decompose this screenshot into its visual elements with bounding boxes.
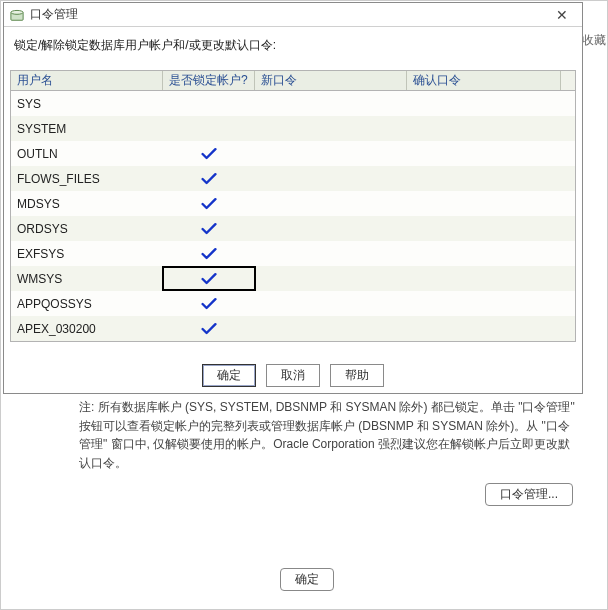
cell-confirm-password[interactable] bbox=[407, 216, 575, 241]
cell-new-password[interactable] bbox=[255, 166, 407, 191]
cell-new-password[interactable] bbox=[255, 316, 407, 341]
cell-username: EXFSYS bbox=[11, 241, 163, 266]
close-icon[interactable]: ✕ bbox=[548, 7, 576, 23]
check-icon bbox=[200, 221, 218, 237]
check-icon bbox=[200, 296, 218, 312]
check-icon bbox=[200, 171, 218, 187]
cell-username: SYSTEM bbox=[11, 116, 163, 141]
cell-username: MDSYS bbox=[11, 191, 163, 216]
dialog-button-row: 确定 取消 帮助 bbox=[4, 364, 582, 387]
cell-username: APPQOSSYS bbox=[11, 291, 163, 316]
col-header-lock[interactable]: 是否锁定帐户? bbox=[163, 71, 255, 90]
table-row[interactable]: EXFSYS bbox=[11, 241, 575, 266]
cell-username: APEX_030200 bbox=[11, 316, 163, 341]
dialog-title: 口令管理 bbox=[30, 6, 548, 23]
check-icon bbox=[200, 321, 218, 337]
table-row[interactable]: WMSYS bbox=[11, 266, 575, 291]
cell-new-password[interactable] bbox=[255, 291, 407, 316]
app-icon bbox=[10, 8, 24, 22]
table-row[interactable]: APEX_030200 bbox=[11, 316, 575, 341]
cell-username: ORDSYS bbox=[11, 216, 163, 241]
svg-point-1 bbox=[11, 10, 23, 14]
cell-confirm-password[interactable] bbox=[407, 291, 575, 316]
col-header-scrollbar bbox=[561, 71, 575, 90]
cell-lock-checkbox[interactable] bbox=[163, 241, 255, 266]
table-row[interactable]: FLOWS_FILES bbox=[11, 166, 575, 191]
table-row[interactable]: APPQOSSYS bbox=[11, 291, 575, 316]
cell-new-password[interactable] bbox=[255, 216, 407, 241]
cell-confirm-password[interactable] bbox=[407, 241, 575, 266]
table-row[interactable]: SYSTEM bbox=[11, 116, 575, 141]
cell-lock-checkbox[interactable] bbox=[163, 191, 255, 216]
cell-new-password[interactable] bbox=[255, 116, 407, 141]
cell-lock-checkbox[interactable] bbox=[163, 216, 255, 241]
cell-lock-checkbox[interactable] bbox=[163, 291, 255, 316]
col-header-newpwd[interactable]: 新口令 bbox=[255, 71, 407, 90]
cell-confirm-password[interactable] bbox=[407, 91, 575, 116]
instruction-text: 锁定/解除锁定数据库用户帐户和/或更改默认口令: bbox=[4, 27, 582, 70]
table-row[interactable]: MDSYS bbox=[11, 191, 575, 216]
cell-new-password[interactable] bbox=[255, 141, 407, 166]
help-button[interactable]: 帮助 bbox=[330, 364, 384, 387]
table-row[interactable]: OUTLN bbox=[11, 141, 575, 166]
cell-username: SYS bbox=[11, 91, 163, 116]
col-header-user[interactable]: 用户名 bbox=[11, 71, 163, 90]
cell-new-password[interactable] bbox=[255, 266, 407, 291]
cancel-button[interactable]: 取消 bbox=[266, 364, 320, 387]
cell-lock-checkbox[interactable] bbox=[163, 141, 255, 166]
cell-username: OUTLN bbox=[11, 141, 163, 166]
table-row[interactable]: SYS bbox=[11, 91, 575, 116]
right-panel-label: 收藏 bbox=[582, 32, 606, 49]
note-text: 注: 所有数据库帐户 (SYS, SYSTEM, DBSNMP 和 SYSMAN… bbox=[79, 398, 580, 472]
cell-confirm-password[interactable] bbox=[407, 266, 575, 291]
cell-lock-checkbox[interactable] bbox=[163, 316, 255, 341]
password-management-dialog: 口令管理 ✕ 锁定/解除锁定数据库用户帐户和/或更改默认口令: 用户名 是否锁定… bbox=[3, 2, 583, 394]
check-icon bbox=[200, 246, 218, 262]
cell-lock-checkbox[interactable] bbox=[163, 116, 255, 141]
grid-header: 用户名 是否锁定帐户? 新口令 确认口令 bbox=[11, 71, 575, 91]
cell-lock-checkbox[interactable] bbox=[163, 91, 255, 116]
cell-new-password[interactable] bbox=[255, 241, 407, 266]
cell-username: WMSYS bbox=[11, 266, 163, 291]
grid-body: SYSSYSTEMOUTLNFLOWS_FILESMDSYSORDSYSEXFS… bbox=[11, 91, 575, 341]
cell-confirm-password[interactable] bbox=[407, 191, 575, 216]
check-icon bbox=[200, 146, 218, 162]
check-icon bbox=[200, 271, 218, 287]
cell-lock-checkbox[interactable] bbox=[163, 266, 255, 291]
check-icon bbox=[200, 196, 218, 212]
titlebar: 口令管理 ✕ bbox=[4, 3, 582, 27]
cell-confirm-password[interactable] bbox=[407, 141, 575, 166]
ok-button[interactable]: 确定 bbox=[202, 364, 256, 387]
cell-new-password[interactable] bbox=[255, 91, 407, 116]
cell-new-password[interactable] bbox=[255, 191, 407, 216]
password-manage-button[interactable]: 口令管理... bbox=[485, 483, 573, 506]
cell-lock-checkbox[interactable] bbox=[163, 166, 255, 191]
cell-confirm-password[interactable] bbox=[407, 116, 575, 141]
table-row[interactable]: ORDSYS bbox=[11, 216, 575, 241]
cell-confirm-password[interactable] bbox=[407, 166, 575, 191]
accounts-grid: 用户名 是否锁定帐户? 新口令 确认口令 SYSSYSTEMOUTLNFLOWS… bbox=[10, 70, 576, 342]
col-header-confirm[interactable]: 确认口令 bbox=[407, 71, 561, 90]
cell-confirm-password[interactable] bbox=[407, 316, 575, 341]
cell-username: FLOWS_FILES bbox=[11, 166, 163, 191]
background-ok-button[interactable]: 确定 bbox=[280, 568, 334, 591]
